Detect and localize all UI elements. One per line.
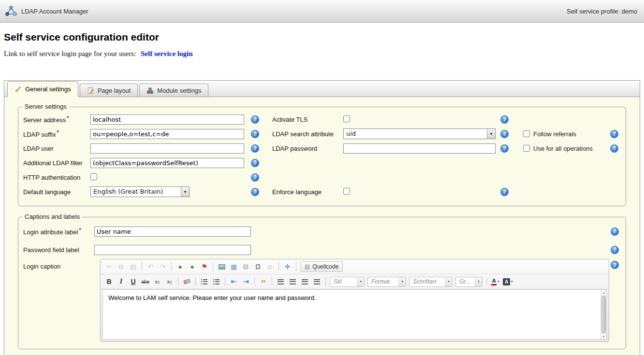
help-icon[interactable]: ?: [611, 246, 619, 254]
ldap-user-input[interactable]: [90, 143, 244, 154]
subscript-button[interactable]: x2: [152, 276, 163, 287]
anchor-button[interactable]: ⚑: [199, 261, 210, 272]
outdent-button[interactable]: ⇤: [228, 276, 239, 287]
help-icon[interactable]: ?: [251, 115, 259, 124]
login-attribute-input[interactable]: [94, 227, 251, 237]
cut-button[interactable]: ✂: [103, 261, 115, 272]
use-for-all-operations-checkbox[interactable]: [523, 145, 530, 152]
styles-combo[interactable]: Stil ▾: [330, 277, 365, 287]
maximize-button[interactable]: ✛: [282, 261, 293, 272]
numbered-list-icon: [201, 279, 207, 284]
horizontal-rule-button[interactable]: ⊟: [240, 261, 251, 272]
required-marker: *: [57, 129, 59, 135]
help-icon[interactable]: ?: [611, 227, 619, 236]
required-marker: *: [67, 115, 69, 121]
scroll-up-icon[interactable]: ▴: [601, 290, 606, 295]
bold-button[interactable]: B: [103, 276, 115, 287]
server-address-input[interactable]: [90, 114, 244, 125]
tab-label-general: General settings: [25, 85, 71, 93]
align-justify-button[interactable]: [311, 276, 322, 287]
table-button[interactable]: ▦: [228, 261, 239, 272]
login-caption-label: Login caption: [23, 259, 94, 270]
help-icon[interactable]: ?: [251, 130, 259, 138]
tab-general-settings[interactable]: General settings: [7, 81, 78, 97]
chevron-down-icon: ▾: [398, 277, 406, 286]
blockquote-button[interactable]: ”: [258, 276, 269, 287]
special-char-button[interactable]: Ω: [252, 261, 263, 272]
scrollbar-thumb[interactable]: [601, 296, 606, 333]
unlink-icon: ●: [190, 263, 194, 270]
remove-format-button[interactable]: [181, 276, 192, 287]
editor-scrollbar[interactable]: ▴ ▾: [600, 290, 606, 339]
additional-ldap-filter-input[interactable]: [90, 158, 244, 168]
help-icon[interactable]: ?: [610, 144, 618, 153]
editor-toolbar-row2: B I U abe x2 x2 ⇤ ⇥: [101, 274, 609, 289]
help-icon[interactable]: ?: [500, 130, 509, 138]
help-icon[interactable]: ?: [251, 159, 259, 167]
default-language-select[interactable]: English (Great Britain) ▼: [90, 186, 190, 197]
self-service-login-link[interactable]: Self service login: [141, 50, 192, 57]
ldap-suffix-input[interactable]: [90, 129, 244, 139]
source-button[interactable]: ▤ Quellcode: [300, 261, 343, 272]
underline-button[interactable]: U: [128, 276, 139, 287]
image-icon: [219, 264, 225, 270]
link-button[interactable]: ●: [175, 261, 186, 272]
password-field-input[interactable]: [94, 245, 251, 255]
tab-page-layout[interactable]: Page layout: [80, 84, 138, 97]
align-center-button[interactable]: [287, 276, 298, 287]
undo-button[interactable]: ↶: [145, 261, 156, 272]
lam-logo-icon: [5, 5, 17, 17]
scroll-down-icon[interactable]: ▾: [601, 334, 606, 339]
help-icon[interactable]: ?: [251, 144, 259, 153]
superscript-button[interactable]: x2: [164, 276, 175, 287]
activate-tls-checkbox[interactable]: [343, 115, 350, 122]
italic-button[interactable]: I: [116, 276, 127, 287]
copy-button[interactable]: ⧉: [116, 261, 127, 272]
cut-icon: ✂: [106, 263, 112, 270]
help-icon[interactable]: ?: [610, 130, 618, 138]
login-link-line: Link to self service login page for your…: [4, 50, 644, 58]
help-icon[interactable]: ?: [500, 188, 509, 196]
app-title: LDAP Account Manager: [21, 8, 88, 15]
page-title: Self service configuration editor: [4, 31, 644, 43]
enforce-language-checkbox[interactable]: [343, 188, 350, 195]
help-icon[interactable]: ?: [251, 173, 259, 182]
ldap-search-attribute-select[interactable]: uid ▼: [343, 128, 496, 139]
http-authentication-checkbox[interactable]: [90, 173, 97, 180]
image-button[interactable]: [216, 261, 227, 272]
tab-label-module-settings: Module settings: [157, 87, 201, 94]
follow-referrals-label: Follow referrals: [533, 130, 607, 138]
numbered-list-button[interactable]: [199, 276, 210, 287]
strikethrough-button[interactable]: abe: [140, 276, 151, 287]
indent-button[interactable]: ⇥: [240, 276, 251, 287]
tab-module-settings[interactable]: Module settings: [139, 84, 208, 97]
paste-button[interactable]: ▤: [128, 261, 139, 272]
bulleted-list-button[interactable]: [211, 276, 222, 287]
font-combo[interactable]: Schriftart ▾: [409, 277, 453, 287]
help-icon[interactable]: ?: [500, 115, 509, 124]
chevron-down-icon: ▾: [498, 280, 499, 284]
align-right-icon: [302, 279, 308, 284]
align-left-button[interactable]: [275, 276, 286, 287]
help-icon[interactable]: ?: [251, 188, 259, 196]
ldap-password-input[interactable]: [343, 143, 496, 154]
text-color-button[interactable]: A ▾: [490, 276, 501, 287]
bg-color-button[interactable]: A ▾: [502, 276, 514, 287]
help-icon[interactable]: ?: [611, 261, 619, 269]
toolbar-separator: [178, 277, 178, 286]
smiley-button[interactable]: ☺: [264, 261, 276, 272]
toolbar-separator: [272, 277, 272, 286]
align-right-button[interactable]: [299, 276, 310, 287]
redo-button[interactable]: ↷: [157, 261, 168, 272]
link-icon: ●: [178, 263, 182, 270]
follow-referrals-checkbox[interactable]: [523, 130, 530, 137]
format-combo-label: Format: [368, 277, 398, 286]
format-combo[interactable]: Format ▾: [367, 277, 406, 287]
size-combo[interactable]: Gr... ▾: [455, 277, 483, 287]
editor-content-area[interactable]: Welcome to LAM self service. Please ente…: [102, 289, 607, 340]
use-for-all-operations-label: Use for all operations: [533, 145, 607, 152]
help-icon[interactable]: ?: [500, 144, 509, 153]
unlink-button[interactable]: ●: [187, 261, 198, 272]
toolbar-separator: [142, 262, 142, 271]
horizontal-rule-icon: ⊟: [243, 263, 249, 270]
